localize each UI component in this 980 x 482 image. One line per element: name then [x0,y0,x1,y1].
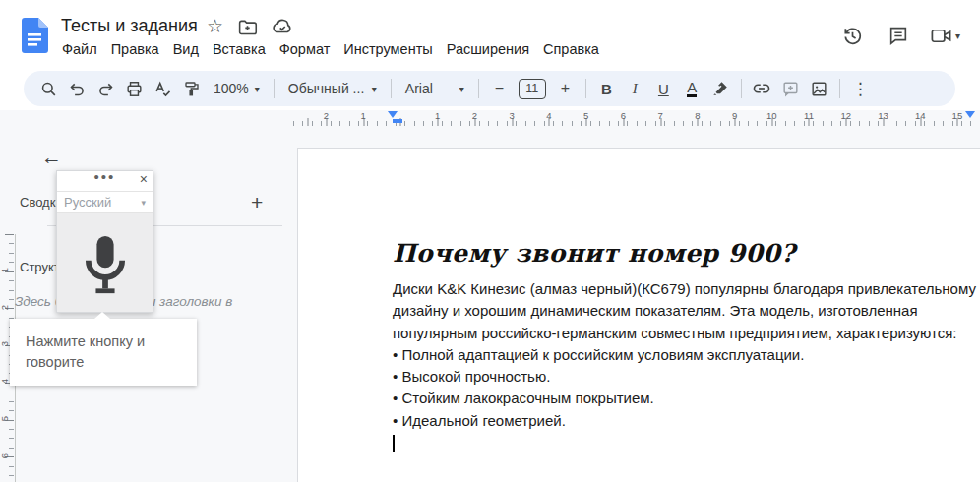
search-icon[interactable] [35,76,62,102]
meet-button[interactable]: ▾ [930,25,960,47]
font-value: Arial [405,81,454,96]
zoom-value: 100% [214,81,249,96]
back-arrow-icon[interactable]: ← [41,146,62,169]
chevron-down-icon: ▾ [141,198,146,208]
menu-item[interactable]: Правка [104,39,166,59]
doc-heading: Почему звонит номер 900? [393,239,963,268]
menu-item[interactable]: Вид [166,39,206,59]
doc-line: популярным российско-германским совместн… [393,323,963,344]
close-icon[interactable]: × [140,171,148,187]
google-docs-window: Тесты и задания ☆ ФайлПравкаВидВставкаФо… [0,0,980,482]
decrease-font-size-button[interactable]: − [486,76,513,102]
spell-check-icon[interactable] [150,76,176,102]
menu-item[interactable]: Файл [55,39,104,59]
menu-item[interactable]: Инструменты [337,39,439,59]
doc-line: Диски K&K Кинезис (алмаз черный)(КС679) … [393,278,963,300]
voice-dialog-body [57,213,153,312]
language-select[interactable]: Русский ▾ [57,192,153,213]
add-summary-button[interactable]: + [251,191,263,214]
docs-logo-icon[interactable] [22,18,48,53]
voice-dialog-header: ••• × [57,171,153,192]
cloud-status-icon[interactable] [272,16,293,37]
voice-tooltip: Нажмите кнопку и говорите [10,319,197,386]
doc-line: • Полной адаптацией к российским условия… [393,344,963,366]
add-comment-icon[interactable] [777,76,804,102]
menu-item[interactable]: Вставка [206,39,273,59]
text-cursor [393,435,395,452]
doc-line: • Высокой прочностью. [393,366,963,388]
document-title[interactable]: Тесты и задания [61,16,198,36]
italic-button[interactable]: I [622,76,648,102]
chevron-down-icon[interactable]: ▾ [955,30,960,41]
doc-line: • Стойким лакокрасочным покрытием. [393,388,963,409]
tooltip-text: Нажмите кнопку и говорите [26,331,181,373]
menu-item[interactable]: Формат [273,39,337,59]
bold-button[interactable]: B [593,76,620,102]
chevron-down-icon: ▾ [255,84,260,94]
print-icon[interactable] [121,76,148,102]
microphone-icon[interactable] [83,234,128,296]
underline-button[interactable]: U [650,76,677,102]
indent-marker[interactable] [388,111,398,118]
star-icon[interactable]: ☆ [207,16,223,37]
menu-item[interactable]: Справка [536,39,606,59]
menu-bar: ФайлПравкаВидВставкаФорматИнструментыРас… [55,39,606,59]
menu-item[interactable]: Расширения [440,39,536,59]
doc-line: • Идеальной геометрией. [393,410,963,432]
zoom-select[interactable]: 100% ▾ [207,76,267,102]
document-text: Почему звонит номер 900? Диски K&K Кинез… [393,239,963,452]
insert-image-icon[interactable] [806,76,832,102]
tooltip-pointer [94,312,110,319]
insert-link-icon[interactable] [749,76,775,102]
chevron-down-icon: ▾ [372,84,377,94]
doc-paragraph: Диски K&K Кинезис (алмаз черный)(КС679) … [393,278,963,432]
highlight-color-icon[interactable] [707,76,734,102]
chevron-down-icon: ▾ [459,84,464,94]
paint-format-icon[interactable] [178,76,205,102]
comments-icon[interactable] [885,22,912,49]
text-color-button[interactable]: A [679,76,705,102]
more-options-icon[interactable]: ⋮ [847,76,874,102]
undo-icon[interactable] [64,76,91,102]
style-value: Обычный ... [288,81,366,96]
document-page[interactable]: Почему звонит номер 900? Диски K&K Кинез… [297,148,980,482]
increase-font-size-button[interactable]: + [552,76,579,102]
paragraph-style-select[interactable]: Обычный ... ▾ [281,76,384,102]
version-history-icon[interactable] [839,22,867,49]
left-indent-bar[interactable] [393,119,402,123]
voice-typing-dialog: ••• × Русский ▾ [56,170,153,313]
font-select[interactable]: Arial ▾ [398,76,471,102]
doc-line: дизайну и хорошим динамическим показател… [393,300,963,322]
move-folder-icon[interactable] [237,17,258,37]
drag-handle-icon[interactable]: ••• [57,168,153,185]
redo-icon[interactable] [92,76,119,102]
toolbar: 100% ▾ Обычный ... ▾ Arial ▾ − 11 + B I … [24,71,955,106]
font-size-input[interactable]: 11 [519,79,546,99]
language-value: Русский [64,195,141,210]
right-margin-marker[interactable] [965,111,975,118]
